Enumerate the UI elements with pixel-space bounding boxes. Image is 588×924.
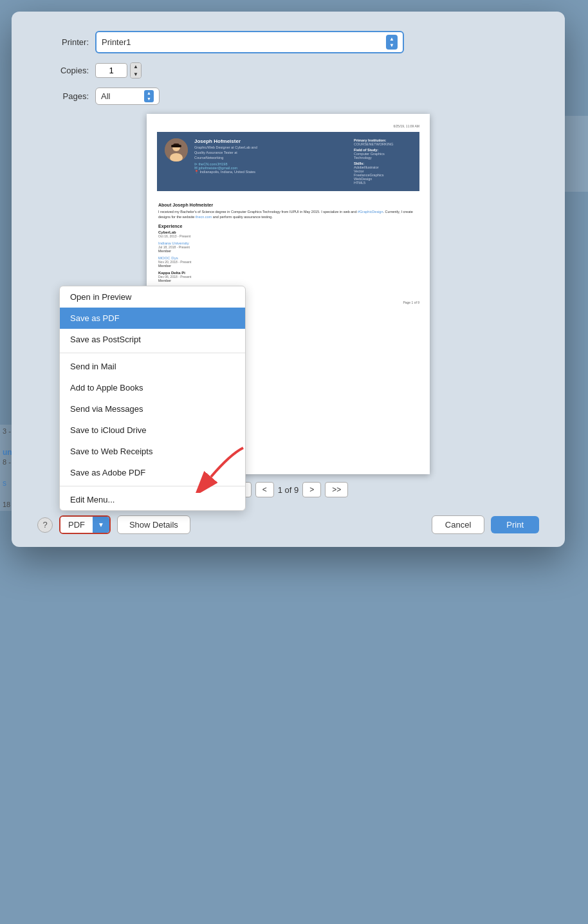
pdf-label: PDF — [60, 517, 93, 533]
print-button[interactable]: Print — [491, 516, 539, 533]
copies-up-button[interactable]: ▲ — [131, 63, 141, 71]
resume-location: 📍 Indianapolis, Indiana, United States — [194, 170, 347, 174]
copies-down-button[interactable]: ▼ — [131, 71, 141, 79]
pages-value: All — [101, 91, 110, 101]
menu-item-save-web-receipts[interactable]: Save to Web Receipts — [60, 441, 245, 462]
about-text: I received my Bachelor's of Science degr… — [158, 209, 418, 220]
printer-label: Printer: — [37, 37, 89, 47]
exp-cyberlab: CyberLab Oct 16, 2013 - Present — [158, 230, 418, 238]
pdf-button[interactable]: PDF ▼ — [59, 515, 111, 534]
preview-timestamp: 6/25/19, 11:09 AM — [157, 124, 419, 128]
avatar — [165, 138, 188, 162]
copies-label: Copies: — [37, 66, 89, 75]
show-details-button[interactable]: Show Details — [117, 515, 190, 534]
menu-item-save-to-icloud[interactable]: Save to iCloud Drive — [60, 420, 245, 441]
bottom-toolbar: ? PDF ▼ Show Details Cancel Print Open i… — [37, 505, 539, 547]
about-section-title: About Joseph Hofmeister — [158, 203, 418, 207]
svg-rect-4 — [171, 145, 181, 147]
resume-person-title: Graphic/Web Designer at CyberLab andQual… — [194, 145, 347, 160]
pages-row: Pages: All ▲ ▼ — [37, 88, 539, 105]
menu-item-save-adobe-pdf[interactable]: Save as Adobe PDF — [60, 462, 245, 483]
menu-item-save-as-postscript[interactable]: Save as PostScript — [60, 329, 245, 350]
prev-page-button[interactable]: < — [255, 482, 274, 497]
menu-divider-2 — [60, 486, 245, 486]
printer-row: Printer: Printer1 ▲ ▼ — [37, 31, 539, 53]
printer-value: Printer1 — [102, 37, 131, 47]
resume-header: Joseph Hofmeister Graphic/Web Designer a… — [157, 132, 419, 191]
printer-dropdown-arrow[interactable]: ▲ ▼ — [386, 35, 398, 50]
pdf-dropdown-arrow[interactable]: ▼ — [93, 517, 109, 533]
exp-kappa-delta-pi: Kappa Delta Pi Dec 06, 2018 - Present Me… — [158, 271, 418, 282]
resume-person-name: Joseph Hofmeister — [194, 138, 347, 144]
exp-indiana-university: Indiana University Jul 18, 2018 - Presen… — [158, 241, 418, 253]
menu-divider-1 — [60, 353, 245, 353]
menu-item-save-as-pdf[interactable]: Save as PDF — [60, 308, 245, 329]
copies-stepper[interactable]: ▲ ▼ — [130, 62, 142, 79]
footer-right: Page 1 of 9 — [403, 300, 419, 304]
menu-item-open-preview[interactable]: Open in Preview — [60, 286, 245, 308]
pages-select[interactable]: All ▲ ▼ — [95, 88, 160, 105]
copies-row: Copies: ▲ ▼ — [37, 62, 539, 79]
resume-right-col: Primary Institution: COURSENETWORKING Fi… — [354, 138, 412, 185]
menu-item-edit-menu[interactable]: Edit Menu... — [60, 489, 245, 510]
menu-item-send-via-messages[interactable]: Send via Messages — [60, 398, 245, 420]
pages-label: Pages: — [37, 91, 89, 101]
copies-input[interactable] — [95, 63, 127, 78]
pdf-menu: Open in Preview Save as PDF Save as Post… — [59, 286, 246, 511]
print-dialog: Printer: Printer1 ▲ ▼ Copies: ▲ ▼ Pages:… — [12, 12, 565, 547]
resume-body: About Joseph Hofmeister I received my Ba… — [157, 196, 419, 295]
help-button[interactable]: ? — [37, 517, 53, 533]
printer-select[interactable]: Printer1 ▲ ▼ — [95, 31, 404, 53]
cancel-button[interactable]: Cancel — [432, 515, 484, 534]
last-page-button[interactable]: >> — [325, 482, 348, 497]
menu-item-add-to-apple-books[interactable]: Add to Apple Books — [60, 377, 245, 398]
exp-mooc-dys: MOOC Dys Nov 20, 2018 - Present Member — [158, 256, 418, 268]
experience-section-title: Experience — [158, 224, 418, 228]
pages-dropdown-arrow[interactable]: ▲ ▼ — [144, 90, 154, 102]
resume-name-block: Joseph Hofmeister Graphic/Web Designer a… — [194, 138, 347, 185]
next-page-button[interactable]: > — [302, 482, 321, 497]
page-info: 1 of 9 — [278, 485, 299, 495]
menu-item-send-in-mail[interactable]: Send in Mail — [60, 356, 245, 377]
